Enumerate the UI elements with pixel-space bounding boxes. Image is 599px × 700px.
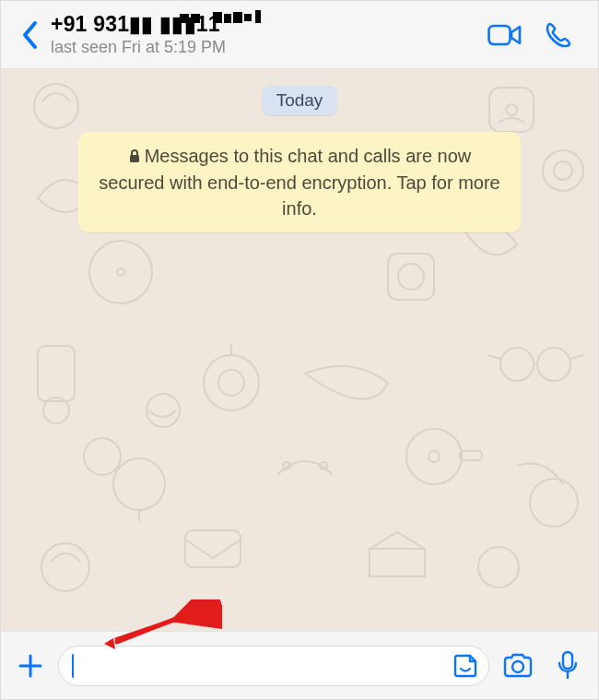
back-button[interactable] — [14, 17, 45, 53]
svg-point-14 — [398, 264, 424, 290]
input-bar — [1, 631, 598, 699]
contact-info[interactable]: +91 931▮▮ ▮▮▮11 last seen Fri at 5:19 PM — [45, 12, 478, 57]
message-input-container[interactable] — [58, 646, 489, 686]
svg-rect-29 — [460, 451, 482, 460]
svg-rect-39 — [563, 652, 572, 669]
svg-point-38 — [512, 661, 523, 672]
svg-rect-31 — [185, 530, 241, 567]
svg-point-19 — [204, 355, 259, 410]
svg-point-33 — [478, 547, 519, 587]
svg-point-22 — [537, 348, 570, 381]
lock-icon — [128, 144, 141, 170]
phone-icon — [545, 21, 572, 49]
svg-point-16 — [117, 268, 124, 276]
camera-icon — [502, 653, 534, 679]
svg-rect-0 — [489, 26, 511, 44]
date-separator: Today — [262, 86, 338, 115]
video-call-button[interactable] — [478, 17, 532, 53]
svg-point-28 — [429, 451, 440, 462]
encryption-notice-text: Messages to this chat and calls are now … — [99, 146, 499, 219]
encryption-notice[interactable]: Messages to this chat and calls are now … — [78, 132, 521, 232]
text-cursor — [72, 654, 74, 678]
svg-point-20 — [218, 370, 244, 396]
video-camera-icon — [487, 23, 523, 47]
svg-rect-35 — [130, 155, 139, 162]
svg-rect-17 — [38, 346, 75, 401]
message-input[interactable] — [77, 655, 450, 676]
svg-point-30 — [530, 479, 578, 527]
plus-icon — [17, 652, 44, 680]
svg-point-32 — [41, 543, 89, 591]
chat-header: +91 931▮▮ ▮▮▮11 last seen Fri at 5:19 PM — [1, 1, 598, 69]
microphone-icon — [557, 650, 579, 682]
attach-button[interactable] — [10, 646, 51, 686]
contact-name: +91 931▮▮ ▮▮▮11 — [51, 12, 478, 36]
sticker-button[interactable] — [450, 650, 481, 682]
sticker-icon — [452, 653, 478, 679]
voice-call-button[interactable] — [532, 17, 585, 53]
chat-area[interactable]: Today Messages to this chat and calls ar… — [1, 69, 598, 631]
chevron-left-icon — [21, 20, 38, 50]
svg-point-21 — [500, 348, 534, 381]
svg-rect-13 — [388, 254, 434, 300]
svg-point-23 — [84, 438, 121, 475]
svg-point-24 — [113, 458, 165, 510]
voice-message-button[interactable] — [546, 646, 589, 686]
camera-button[interactable] — [497, 646, 539, 686]
svg-point-15 — [89, 241, 152, 303]
svg-point-27 — [406, 429, 462, 484]
last-seen-status: last seen Fri at 5:19 PM — [51, 38, 478, 57]
